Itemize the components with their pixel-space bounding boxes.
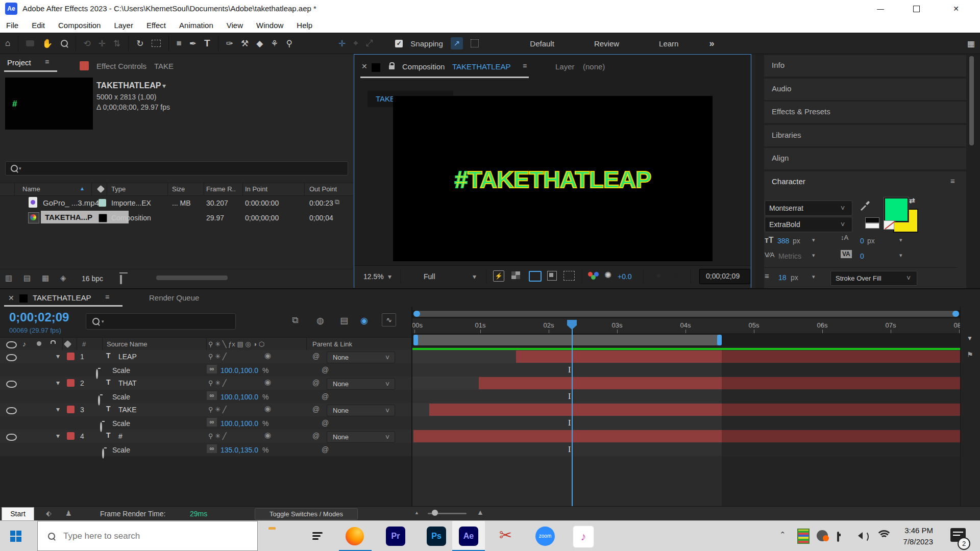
menu-effect[interactable]: Effect	[146, 21, 166, 30]
resolution-dropdown-icon[interactable]: ▾	[473, 272, 476, 281]
project-item-name[interactable]: TAKETHATLEAP	[96, 81, 161, 90]
parent-dropdown[interactable]: None˅	[327, 431, 395, 443]
transparency-grid-icon[interactable]	[511, 271, 520, 279]
workspace-default[interactable]: Default	[530, 39, 554, 48]
constrain-link-icon[interactable]: ∞	[207, 391, 217, 400]
layer-name[interactable]: TAKE	[118, 406, 137, 414]
graph-editor-icon[interactable]: ∿	[382, 313, 396, 327]
font-size-value[interactable]: 388	[777, 237, 789, 245]
layer-name[interactable]: #	[118, 432, 122, 440]
scrollbar-left-cap[interactable]	[413, 311, 420, 317]
zoom-app-icon[interactable]: zoom	[535, 527, 555, 546]
scale-value[interactable]: 135.0,135.0	[220, 446, 258, 454]
pickwhip-icon[interactable]: @	[322, 419, 329, 427]
work-area-start-handle[interactable]	[413, 335, 418, 345]
pickwhip-icon[interactable]: @	[312, 432, 320, 440]
minimize-button[interactable]: —	[864, 0, 897, 17]
scale-value[interactable]: 100.0,100.0	[220, 419, 258, 428]
toggle-switches-button[interactable]: Toggle Switches / Modes	[255, 508, 358, 520]
roto-brush-tool[interactable]: ⚘	[271, 38, 278, 49]
number-column[interactable]: #	[82, 340, 86, 348]
dropdown-icon[interactable]: ▾	[899, 252, 902, 259]
layer-bar-take[interactable]	[429, 404, 960, 416]
workspace-review[interactable]: Review	[594, 39, 619, 48]
frame-blending-icon[interactable]: ▤	[340, 315, 348, 326]
dropdown-icon[interactable]: ▾	[812, 273, 815, 280]
sidebar-scrollbar[interactable]	[969, 56, 974, 145]
interpret-footage-icon[interactable]: ▥	[5, 273, 12, 283]
layer-name[interactable]: THAT	[118, 379, 137, 387]
after-effects-icon[interactable]: Ae	[459, 527, 478, 546]
menu-help[interactable]: Help	[297, 21, 312, 30]
battery-icon[interactable]	[837, 532, 839, 542]
world-axis-icon[interactable]: ⌖	[353, 38, 358, 48]
work-area-bar[interactable]	[413, 335, 722, 345]
comp-marker-bin-icon[interactable]: ⚑	[967, 350, 973, 359]
source-name-column[interactable]: Source Name	[107, 340, 147, 348]
layer-bar-that[interactable]	[479, 377, 960, 389]
table-row[interactable]: GoPro_ ...3.mp4 Importe...EX ... MB 30.2…	[0, 195, 353, 210]
zoom-dropdown-icon[interactable]: ▾	[388, 272, 391, 281]
horizontal-scrollbar[interactable]	[156, 276, 228, 280]
performance-icon[interactable]: ♟	[65, 509, 72, 517]
menu-animation[interactable]: Animation	[179, 21, 213, 30]
type-tool[interactable]: T	[204, 38, 210, 49]
view-axis-icon[interactable]: ⤢	[366, 38, 373, 48]
taskbar-search-box[interactable]	[37, 521, 258, 551]
layer-switches[interactable]: ⚲ ✳ ╱	[208, 353, 226, 360]
sort-asc-icon[interactable]: ▴	[81, 185, 84, 192]
tray-recording-icon[interactable]	[817, 530, 828, 541]
table-row[interactable]: TAKETHA...P Composition 29.97 0;00;00;00…	[0, 210, 353, 225]
snap-settings-icon[interactable]: ↗	[451, 37, 463, 49]
project-search-input[interactable]: ▾	[5, 161, 348, 176]
col-out-point[interactable]: Out Point	[309, 185, 337, 193]
sidebar-item-info[interactable]: Info	[764, 55, 966, 77]
expand-chevron-icon[interactable]: ▾	[56, 379, 60, 387]
motion-blur-switch[interactable]: ◉	[264, 351, 271, 360]
layer-color-chip[interactable]	[67, 353, 75, 360]
menu-file[interactable]: File	[6, 21, 18, 30]
workspace-panel-icon[interactable]: ▦	[967, 39, 975, 48]
stopwatch-icon[interactable]	[98, 395, 100, 406]
sidebar-item-audio[interactable]: Audio	[764, 79, 966, 100]
zoom-tool[interactable]	[61, 40, 68, 47]
constrain-link-icon[interactable]: ∞	[207, 444, 217, 453]
sidebar-item-effects-presets[interactable]: Effects & Presets	[764, 102, 966, 123]
property-label[interactable]: Scale	[112, 393, 130, 401]
property-label[interactable]: Scale	[112, 366, 130, 374]
comp-canvas[interactable]: #TAKETHATLEAP	[393, 96, 713, 261]
layer-visibility-toggle[interactable]	[6, 381, 17, 388]
fast-previews-icon[interactable]: ⚡	[493, 270, 504, 282]
comp-flowchart-icon[interactable]: ⧉	[292, 315, 298, 325]
stroke-mode-select[interactable]: Stroke Over Fill˅	[830, 271, 917, 286]
label-color-chip[interactable]	[99, 214, 107, 222]
pickwhip-icon[interactable]: @	[322, 445, 329, 454]
expand-chevron-icon[interactable]: ▾	[56, 432, 60, 440]
layer-switches[interactable]: ⚲ ✳ ╱	[208, 379, 226, 387]
stroke-width-value[interactable]: 18	[778, 273, 787, 282]
work-area-end-handle[interactable]	[717, 335, 722, 345]
workspace-learn[interactable]: Learn	[659, 39, 678, 48]
label-color-chip[interactable]	[99, 199, 106, 207]
firefox-icon[interactable]	[346, 527, 364, 545]
shape-tool[interactable]: ■	[177, 38, 182, 48]
puppet-pin-tool[interactable]: ⚲	[286, 38, 292, 49]
new-composition-icon[interactable]: ▦	[42, 273, 49, 283]
tab-effect-controls[interactable]: Effect Controls	[96, 62, 146, 70]
snapping-checkbox[interactable]: ✓	[395, 40, 403, 47]
motion-blur-switch[interactable]: ◉	[264, 404, 271, 413]
local-axis-icon[interactable]: ✛	[338, 38, 346, 49]
parent-link-column[interactable]: Parent & Link	[312, 340, 352, 348]
scrollbar-right-cap[interactable]	[952, 311, 959, 317]
menu-layer[interactable]: Layer	[114, 21, 133, 30]
eraser-tool[interactable]: ◆	[256, 38, 263, 49]
menu-edit[interactable]: Edit	[32, 21, 45, 30]
solo-column-icon[interactable]	[37, 341, 41, 346]
no-fill-icon[interactable]	[884, 220, 894, 230]
draft-3d-icon[interactable]: ◍	[316, 315, 324, 326]
pan-camera-tool[interactable]: ✛	[99, 38, 106, 49]
zoom-out-icon[interactable]: ▲	[414, 510, 419, 515]
orbit-camera-tool[interactable]: ⟲	[84, 38, 91, 49]
video-column-icon[interactable]	[6, 341, 17, 348]
layer-color-chip[interactable]	[67, 379, 75, 387]
